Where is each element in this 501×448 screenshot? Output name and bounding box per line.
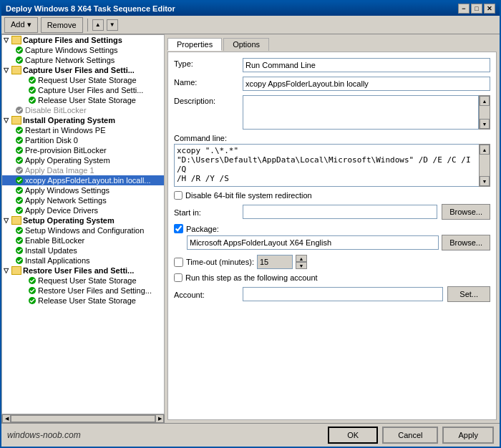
tree-item-request-user-state[interactable]: Request User State Storage bbox=[2, 75, 164, 85]
ok-button[interactable]: OK bbox=[328, 427, 378, 444]
tab-options[interactable]: Options bbox=[223, 38, 269, 51]
group-capture-files[interactable]: ▽ Capture Files and Settings bbox=[2, 35, 164, 45]
expand-icon: ▽ bbox=[4, 217, 9, 224]
tree-item-install-updates[interactable]: Install Updates bbox=[2, 245, 164, 255]
run-as-label: Run this step as the following account bbox=[185, 273, 318, 282]
check-icon bbox=[15, 186, 24, 195]
tree-item-apply-os[interactable]: Apply Operating System bbox=[2, 155, 164, 165]
check-icon bbox=[15, 136, 24, 145]
scroll-down-btn[interactable]: ▼ bbox=[480, 119, 490, 129]
tree-item-capture-network[interactable]: Capture Network Settings bbox=[2, 55, 164, 65]
tree-item-request-user-state-2[interactable]: Request User State Storage bbox=[2, 276, 164, 286]
check-icon bbox=[15, 56, 24, 64]
timeout-row: Time-out (minutes): ▲ ▼ bbox=[174, 255, 490, 269]
tree-item-enable-bitlocker[interactable]: Enable BitLocker bbox=[2, 235, 164, 245]
description-textarea[interactable] bbox=[243, 95, 479, 130]
package-label-row: Package: bbox=[174, 224, 490, 233]
run-as-checkbox[interactable] bbox=[174, 273, 183, 282]
command-line-label: Command line: bbox=[174, 134, 490, 142]
expand-icon: ▽ bbox=[4, 267, 9, 274]
tree-item-capture-user-files[interactable]: Capture User Files and Setti... bbox=[2, 85, 164, 95]
start-in-input[interactable] bbox=[243, 205, 437, 219]
folder-icon bbox=[11, 66, 21, 74]
name-input[interactable] bbox=[243, 77, 490, 91]
tree-item-apply-drivers[interactable]: Apply Device Drivers bbox=[2, 205, 164, 215]
minimize-button[interactable]: − bbox=[458, 4, 470, 14]
check-icon bbox=[28, 86, 37, 94]
scroll-right-btn[interactable]: ▶ bbox=[155, 414, 164, 423]
package-browse-btn[interactable]: Browse... bbox=[442, 235, 490, 250]
account-input[interactable] bbox=[243, 287, 443, 301]
tree-item-apply-data-image[interactable]: Apply Data Image 1 bbox=[2, 165, 164, 175]
check-icon bbox=[15, 196, 24, 205]
folder-icon bbox=[11, 116, 21, 125]
tree-item-install-apps[interactable]: Install Applications bbox=[2, 255, 164, 266]
close-button[interactable]: ✕ bbox=[484, 4, 495, 14]
check-icon bbox=[15, 126, 24, 135]
remove-button[interactable]: Remove bbox=[41, 17, 83, 33]
toolbar: Add ▾ Remove ▲ ▼ bbox=[1, 16, 500, 34]
scroll-up-btn[interactable]: ▲ bbox=[480, 96, 490, 106]
start-in-browse-btn[interactable]: Browse... bbox=[442, 204, 490, 220]
tree-item-preprovision-bitlocker[interactable]: Pre-provision BitLocker bbox=[2, 145, 164, 155]
spinner-up[interactable]: ▲ bbox=[296, 255, 307, 262]
description-label: Description: bbox=[174, 95, 238, 105]
run-as-row: Run this step as the following account bbox=[174, 273, 490, 282]
tree-item-restore-user-files[interactable]: Restore User Files and Setting... bbox=[2, 286, 164, 296]
disable-64bit-checkbox[interactable] bbox=[174, 191, 183, 200]
tree-item-xcopy[interactable]: xcopy AppsFolderLayout.bin locall... bbox=[2, 175, 164, 185]
group-setup-os[interactable]: ▽ Setup Operating System bbox=[2, 215, 164, 225]
command-textarea-wrapper: ▲ ▼ bbox=[174, 144, 490, 187]
folder-icon bbox=[11, 266, 21, 275]
type-input[interactable] bbox=[243, 58, 490, 72]
maximize-button[interactable]: □ bbox=[471, 4, 482, 14]
check-icon bbox=[28, 76, 37, 84]
scroll-left-btn[interactable]: ◀ bbox=[2, 414, 11, 423]
disable-64bit-label: Disable 64-bit file system redirection bbox=[185, 191, 312, 200]
tree-item-capture-windows[interactable]: Capture Windows Settings bbox=[2, 45, 164, 55]
apply-button[interactable]: Apply bbox=[442, 427, 494, 444]
package-section: Package: Browse... bbox=[174, 224, 490, 250]
check-icon bbox=[15, 166, 24, 175]
package-input-row: Browse... bbox=[174, 235, 490, 250]
group-label: Capture Files and Settings bbox=[23, 36, 122, 44]
check-icon bbox=[28, 296, 37, 305]
timeout-input[interactable] bbox=[257, 255, 293, 269]
tree-item-apply-windows[interactable]: Apply Windows Settings bbox=[2, 185, 164, 195]
tree-item-release-user-state-2[interactable]: Release User State Storage bbox=[2, 296, 164, 306]
package-checkbox[interactable] bbox=[174, 224, 183, 233]
horizontal-scrollbar[interactable]: ◀ ▶ bbox=[1, 414, 165, 423]
group-install-os[interactable]: ▽ Install Operating System bbox=[2, 115, 164, 125]
group-capture-user[interactable]: ▽ Capture User Files and Setti... bbox=[2, 65, 164, 75]
add-button[interactable]: Add ▾ bbox=[4, 17, 38, 33]
group-label: Restore User Files and Setti... bbox=[23, 266, 134, 275]
cmd-scroll-down[interactable]: ▼ bbox=[480, 176, 490, 186]
tree-item-setup-windows[interactable]: Setup Windows and Configuration bbox=[2, 225, 164, 235]
scroll-thumb[interactable] bbox=[11, 415, 155, 422]
move-up-icon[interactable]: ▲ bbox=[92, 19, 104, 31]
tree-item-release-user-state[interactable]: Release User State Storage bbox=[2, 95, 164, 105]
account-row: Account: Set... bbox=[174, 286, 490, 302]
title-bar: Deploy Windows 8 X64 Task Sequence Edito… bbox=[1, 1, 500, 16]
cmd-scroll-up[interactable]: ▲ bbox=[480, 145, 490, 155]
tree-item-apply-network[interactable]: Apply Network Settings bbox=[2, 195, 164, 205]
folder-icon bbox=[11, 36, 21, 44]
tree-item-disable-bitlocker[interactable]: Disable BitLocker bbox=[2, 105, 164, 115]
move-down-icon[interactable]: ▼ bbox=[107, 19, 118, 31]
check-icon bbox=[15, 246, 24, 255]
tree-item-restart-winpe[interactable]: Restart in Windows PE bbox=[2, 125, 164, 135]
command-textarea[interactable] bbox=[174, 144, 479, 187]
cancel-button[interactable]: Cancel bbox=[382, 427, 438, 444]
expand-icon: ▽ bbox=[4, 117, 9, 124]
tab-properties[interactable]: Properties bbox=[167, 38, 222, 51]
spinner-down[interactable]: ▼ bbox=[296, 262, 307, 269]
right-panel: Properties Options Type: Name: Descripti… bbox=[165, 34, 500, 423]
timeout-checkbox[interactable] bbox=[174, 258, 183, 267]
check-icon bbox=[15, 236, 24, 245]
group-restore-user[interactable]: ▽ Restore User Files and Setti... bbox=[2, 266, 164, 276]
package-label[interactable]: Package: bbox=[186, 225, 219, 233]
set-button[interactable]: Set... bbox=[447, 286, 490, 302]
package-input[interactable] bbox=[187, 235, 439, 250]
check-icon bbox=[28, 96, 37, 104]
tree-item-partition-disk[interactable]: Partition Disk 0 bbox=[2, 135, 164, 145]
